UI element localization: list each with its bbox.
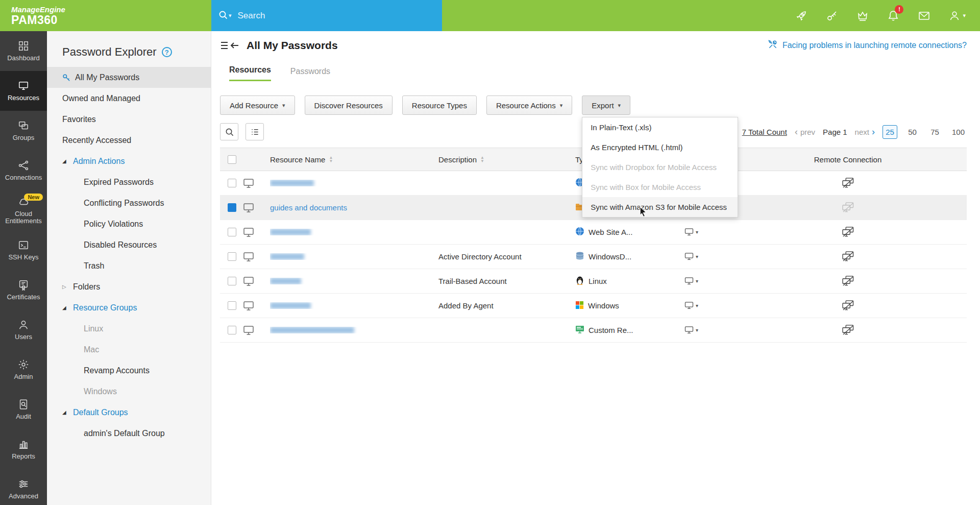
sort-icon[interactable]: ▲▼ bbox=[480, 156, 484, 163]
row-checkbox[interactable] bbox=[228, 179, 236, 187]
row-checkbox[interactable] bbox=[228, 301, 236, 310]
prev-page-button[interactable]: ‹ prev bbox=[795, 127, 815, 136]
sidebar-item-reports[interactable]: Reports bbox=[0, 429, 47, 469]
column-header-description[interactable]: Description ▲▼ bbox=[438, 155, 484, 164]
redacted-resource-name[interactable] bbox=[270, 180, 314, 186]
tree-item-mac[interactable]: Mac bbox=[47, 339, 211, 360]
row-checkbox-checked[interactable] bbox=[228, 203, 236, 212]
row-checkbox[interactable] bbox=[228, 326, 236, 334]
remote-connection-icon[interactable] bbox=[842, 251, 854, 262]
next-page-button[interactable]: next › bbox=[855, 127, 875, 136]
connect-icon[interactable]: ▾ bbox=[684, 228, 698, 236]
tree-section-admin-actions[interactable]: ◢ Admin Actions bbox=[47, 151, 211, 172]
row-checkbox[interactable] bbox=[228, 228, 236, 236]
tree-item-conflicting-passwords[interactable]: Conflicting Passwords bbox=[47, 193, 211, 213]
monitor-icon bbox=[243, 179, 254, 188]
total-count-link[interactable]: 7 Total Count bbox=[742, 128, 787, 136]
redacted-resource-name[interactable] bbox=[270, 302, 311, 309]
add-resource-button[interactable]: Add Resource ▾ bbox=[220, 95, 295, 115]
remote-connection-help-link[interactable]: Facing problems in launching remote conn… bbox=[768, 39, 967, 52]
tree-item-all-my-passwords[interactable]: All My Passwords bbox=[47, 67, 211, 88]
tree-item-recently-accessed[interactable]: Recently Accessed bbox=[47, 130, 211, 151]
connect-icon[interactable]: ▾ bbox=[684, 277, 698, 285]
tree-item-windows[interactable]: Windows bbox=[47, 381, 211, 402]
tree-item-policy-violations[interactable]: Policy Violations bbox=[47, 213, 211, 234]
redacted-resource-name[interactable] bbox=[270, 253, 304, 260]
key-icon bbox=[62, 74, 70, 82]
sidebar-item-groups[interactable]: Groups bbox=[0, 111, 47, 151]
tree-item-disabled-resources[interactable]: Disabled Resources bbox=[47, 234, 211, 255]
mail-icon[interactable] bbox=[918, 10, 930, 22]
resource-name-link[interactable]: guides and documents bbox=[270, 203, 347, 212]
connect-icon[interactable]: ▾ bbox=[684, 302, 698, 309]
page-size-25[interactable]: 25 bbox=[883, 125, 897, 139]
remote-connection-icon[interactable] bbox=[842, 325, 854, 335]
page-size-100[interactable]: 100 bbox=[950, 125, 967, 139]
tree-section-resource-groups[interactable]: ◢ Resource Groups bbox=[47, 297, 211, 318]
sidebar-item-connections[interactable]: Connections bbox=[0, 151, 47, 190]
resource-actions-button[interactable]: Resource Actions ▾ bbox=[486, 95, 572, 115]
menu-item-plain-text-xls[interactable]: In Plain-Text (.xls) bbox=[582, 117, 738, 137]
tab-resources[interactable]: Resources bbox=[229, 65, 271, 81]
tree-section-default-groups[interactable]: ◢ Default Groups bbox=[47, 402, 211, 423]
row-checkbox[interactable] bbox=[228, 277, 236, 285]
collapse-sidebar-icon[interactable] bbox=[220, 40, 239, 51]
tree-section-folders[interactable]: ▷ Folders bbox=[47, 276, 211, 297]
password-access-icon[interactable] bbox=[826, 10, 838, 22]
monitor-icon bbox=[243, 203, 254, 212]
redacted-resource-name[interactable] bbox=[270, 229, 311, 235]
sidebar-item-certificates[interactable]: Certificates bbox=[0, 270, 47, 310]
redacted-resource-name[interactable] bbox=[270, 327, 354, 333]
app: ManageEngine PAM360 ▾ ! bbox=[0, 0, 980, 505]
tree-item-revamp-accounts[interactable]: Revamp Accounts bbox=[47, 360, 211, 381]
redacted-resource-name[interactable] bbox=[270, 278, 301, 284]
tree-item-linux[interactable]: Linux bbox=[47, 318, 211, 339]
sidebar-item-dashboard[interactable]: Dashboard bbox=[0, 31, 47, 71]
column-chooser-button[interactable] bbox=[246, 123, 264, 140]
tree-item-expired-passwords[interactable]: Expired Passwords bbox=[47, 172, 211, 193]
menu-item-sync-amazon-s3[interactable]: Sync with Amazon S3 for Mobile Access bbox=[582, 197, 738, 217]
select-all-checkbox[interactable] bbox=[228, 155, 236, 164]
tree-item-admins-default-group[interactable]: admin's Default Group bbox=[47, 423, 211, 444]
remote-connection-icon[interactable] bbox=[842, 276, 854, 286]
connect-icon[interactable]: ▾ bbox=[684, 326, 698, 334]
export-button[interactable]: Export ▾ bbox=[582, 95, 630, 115]
help-icon[interactable]: ? bbox=[162, 47, 172, 57]
remote-connection-icon[interactable] bbox=[842, 202, 854, 213]
sidebar-item-users[interactable]: Users bbox=[0, 310, 47, 350]
monitor-icon bbox=[243, 301, 254, 310]
tree-item-owned-and-managed[interactable]: Owned and Managed bbox=[47, 88, 211, 109]
user-menu-icon[interactable]: ▾ bbox=[949, 10, 966, 22]
rewards-icon[interactable] bbox=[856, 10, 869, 22]
sidebar-item-ssh-keys[interactable]: SSH Keys bbox=[0, 230, 47, 270]
tree-item-trash[interactable]: Trash bbox=[47, 255, 211, 276]
remote-connection-icon[interactable] bbox=[842, 178, 854, 188]
remote-connection-icon[interactable] bbox=[842, 227, 854, 237]
tab-passwords[interactable]: Passwords bbox=[290, 67, 330, 81]
sidebar-item-admin[interactable]: Admin bbox=[0, 350, 47, 390]
caret-down-icon: ▾ bbox=[560, 102, 563, 109]
sidebar-item-resources[interactable]: Resources bbox=[0, 71, 47, 111]
search-input[interactable] bbox=[238, 11, 406, 21]
menu-item-encrypted-html[interactable]: As Encrypted HTML (.html) bbox=[582, 137, 738, 157]
row-checkbox[interactable] bbox=[228, 252, 236, 261]
remote-connection-icon[interactable] bbox=[842, 300, 854, 311]
page-size-50[interactable]: 50 bbox=[905, 125, 920, 139]
quick-launch-icon[interactable] bbox=[795, 10, 807, 22]
table-row: Active Directory Account WindowsD... ▾ bbox=[220, 245, 967, 269]
tree-item-favorites[interactable]: Favorites bbox=[47, 109, 211, 130]
sort-icon[interactable]: ▲▼ bbox=[329, 156, 333, 163]
sidebar-item-advanced[interactable]: Advanced bbox=[0, 469, 47, 505]
column-header-resource-name[interactable]: Resource Name ▲▼ bbox=[270, 155, 333, 164]
notifications-icon[interactable]: ! bbox=[887, 10, 899, 22]
sidebar-item-audit[interactable]: Audit bbox=[0, 390, 47, 429]
connect-icon[interactable]: ▾ bbox=[684, 253, 698, 260]
linux-penguin-icon bbox=[575, 276, 584, 286]
table-search-button[interactable] bbox=[220, 123, 238, 140]
discover-resources-button[interactable]: Discover Resources bbox=[305, 95, 393, 115]
sidebar-item-cloud-entitlements[interactable]: New Cloud Entitlements bbox=[0, 190, 47, 230]
search-scope-selector[interactable]: ▾ bbox=[218, 10, 232, 21]
resource-types-button[interactable]: Resource Types bbox=[402, 95, 477, 115]
certificate-icon bbox=[18, 279, 29, 291]
page-size-75[interactable]: 75 bbox=[927, 125, 942, 139]
